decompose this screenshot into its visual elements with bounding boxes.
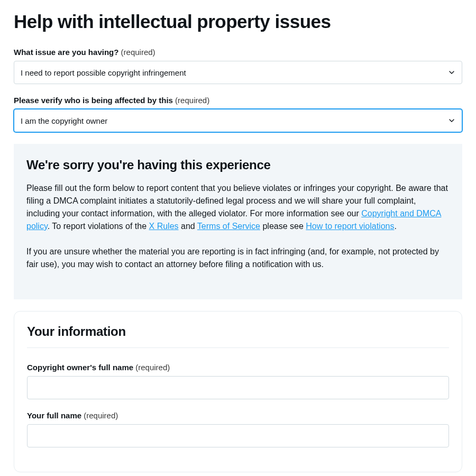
notice-paragraph-2: If you are unsure whether the material y… xyxy=(26,245,450,271)
notice-text: . To report violations of the xyxy=(48,222,149,231)
owner-name-field: Copyright owner's full name (required) xyxy=(27,363,449,399)
notice-text: . xyxy=(394,222,396,231)
issue-required: (required) xyxy=(121,48,155,57)
issue-select-wrap: I need to report possible copyright infr… xyxy=(14,61,462,84)
affected-label-text: Please verify who is being affected by t… xyxy=(14,96,173,105)
affected-field: Please verify who is being affected by t… xyxy=(14,96,462,132)
issue-field: What issue are you having? (required) I … xyxy=(14,48,462,84)
how-to-report-violations-link[interactable]: How to report violations xyxy=(306,222,394,231)
your-name-label-text: Your full name xyxy=(27,411,81,420)
notice-text: and xyxy=(179,222,197,231)
affected-select-value: I am the copyright owner xyxy=(21,116,107,125)
affected-select-wrap: I am the copyright owner xyxy=(14,109,462,132)
issue-label-text: What issue are you having? xyxy=(14,48,118,57)
owner-name-label-text: Copyright owner's full name xyxy=(27,363,133,372)
owner-name-label: Copyright owner's full name (required) xyxy=(27,363,449,372)
owner-name-required: (required) xyxy=(135,363,170,372)
issue-select[interactable]: I need to report possible copyright infr… xyxy=(14,61,462,84)
notice-paragraph-1: Please fill out the form below to report… xyxy=(26,182,450,233)
your-name-required: (required) xyxy=(84,411,118,420)
notice-title: We're sorry you're having this experienc… xyxy=(26,158,450,172)
notice-text: please see xyxy=(260,222,306,231)
issue-select-value: I need to report possible copyright infr… xyxy=(21,68,186,77)
owner-name-input[interactable] xyxy=(27,376,449,399)
section-divider xyxy=(27,347,449,348)
page-title: Help with intellectual property issues xyxy=(14,11,462,33)
issue-label: What issue are you having? (required) xyxy=(14,48,462,57)
x-rules-link[interactable]: X Rules xyxy=(149,222,179,231)
affected-required: (required) xyxy=(175,96,209,105)
your-information-card: Your information Copyright owner's full … xyxy=(14,311,462,472)
your-information-title: Your information xyxy=(27,324,449,339)
your-name-label: Your full name (required) xyxy=(27,411,449,420)
affected-label: Please verify who is being affected by t… xyxy=(14,96,462,105)
affected-select[interactable]: I am the copyright owner xyxy=(14,109,462,132)
notice-box: We're sorry you're having this experienc… xyxy=(14,144,462,299)
terms-of-service-link[interactable]: Terms of Service xyxy=(197,222,260,231)
your-name-field: Your full name (required) xyxy=(27,411,449,447)
your-name-input[interactable] xyxy=(27,424,449,447)
